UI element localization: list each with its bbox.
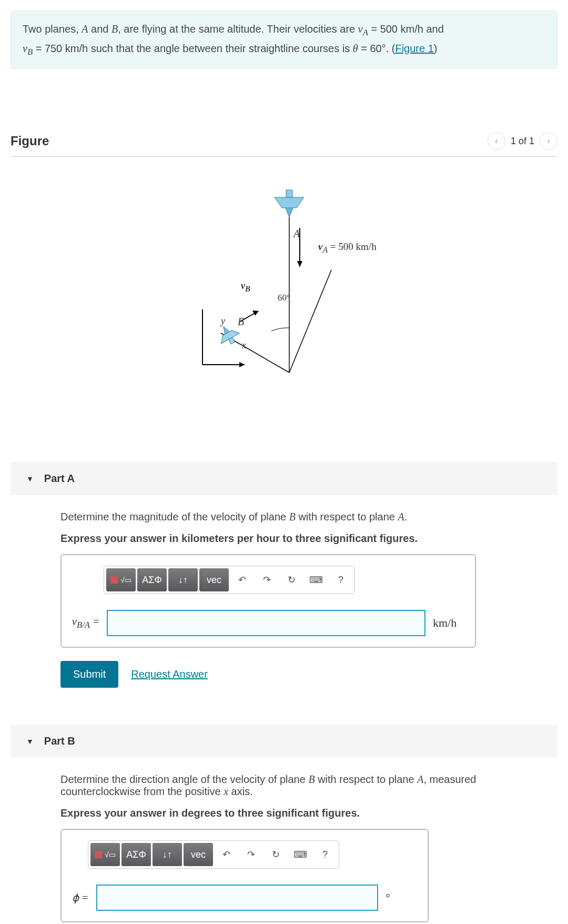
reset-button[interactable]: ↻ xyxy=(280,568,303,591)
part-a-answer-input[interactable] xyxy=(107,610,425,636)
part-b-answer-input[interactable] xyxy=(96,885,379,911)
svg-marker-7 xyxy=(275,197,304,208)
label-angle: 60° xyxy=(278,293,290,303)
redo-button[interactable]: ↷ xyxy=(255,568,278,591)
greek-button[interactable]: ΑΣΦ xyxy=(137,568,167,591)
caret-down-icon: ▼ xyxy=(26,737,34,746)
figure-title: Figure xyxy=(11,134,49,148)
part-a-input-label: vB/A = xyxy=(72,616,99,630)
subsup-button[interactable]: ↓↑ xyxy=(168,568,198,591)
part-b-instruction: Express your answer in degrees to three … xyxy=(60,807,542,819)
svg-marker-12 xyxy=(218,328,240,344)
keyboard-button[interactable]: ⌨ xyxy=(305,568,328,591)
figure-header: Figure ‹ 1 of 1 › xyxy=(11,132,557,157)
greek-button[interactable]: ΑΣΦ xyxy=(121,843,151,866)
part-a-instruction: Express your answer in kilometers per ho… xyxy=(60,533,542,545)
part-b-header[interactable]: ▼ Part B xyxy=(11,725,557,758)
equation-toolbar: √▭ ΑΣΦ ↓↑ vec ↶ ↷ ↻ ⌨ ? xyxy=(88,840,339,869)
svg-marker-5 xyxy=(239,362,245,367)
part-b-answer-box: √▭ ΑΣΦ ↓↑ vec ↶ ↷ ↻ ⌨ ? ϕ = ° xyxy=(60,829,429,922)
svg-line-2 xyxy=(289,270,331,373)
label-B: B xyxy=(238,316,244,328)
label-vA: vA = 500 km/h xyxy=(318,241,377,255)
part-a-body: Determine the magnitude of the velocity … xyxy=(11,495,557,714)
keyboard-button[interactable]: ⌨ xyxy=(289,843,312,866)
templates-button[interactable]: √▭ xyxy=(106,568,136,591)
part-a-submit-button[interactable]: Submit xyxy=(60,661,118,688)
label-A: A xyxy=(293,228,300,240)
svg-marker-15 xyxy=(252,310,259,316)
templates-button[interactable]: √▭ xyxy=(90,843,120,866)
vec-button[interactable]: vec xyxy=(184,843,213,866)
svg-marker-10 xyxy=(297,261,302,267)
figure-pager-text: 1 of 1 xyxy=(511,136,534,147)
part-b-question: Determine the direction angle of the vel… xyxy=(60,774,542,798)
figure-diagram: A vA = 500 km/h vB 60° B y x xyxy=(11,178,557,430)
part-a-request-answer-link[interactable]: Request Answer xyxy=(131,668,208,680)
undo-button[interactable]: ↶ xyxy=(215,843,238,866)
problem-statement: Two planes, A and B, are flying at the s… xyxy=(11,11,557,69)
help-button[interactable]: ? xyxy=(313,843,337,866)
caret-down-icon: ▼ xyxy=(26,475,34,483)
equation-toolbar: √▭ ΑΣΦ ↓↑ vec ↶ ↷ ↻ ⌨ ? xyxy=(104,566,355,594)
figure-next-button[interactable]: › xyxy=(540,132,557,150)
reset-button[interactable]: ↻ xyxy=(264,843,287,866)
part-a-answer-box: √▭ ΑΣΦ ↓↑ vec ↶ ↷ ↻ ⌨ ? vB/A = km/h xyxy=(60,554,476,648)
figure-prev-button[interactable]: ‹ xyxy=(488,132,505,150)
svg-marker-6 xyxy=(285,207,293,217)
part-a-question: Determine the magnitude of the velocity … xyxy=(60,511,542,523)
part-b-body: Determine the direction angle of the vel… xyxy=(11,758,557,924)
part-b-input-label: ϕ = xyxy=(72,891,89,904)
part-a-title: Part A xyxy=(44,473,75,485)
figure-link[interactable]: Figure 1 xyxy=(395,43,433,54)
part-a-header[interactable]: ▼ Part A xyxy=(11,462,557,495)
label-y: y xyxy=(221,316,225,327)
part-a-unit: km/h xyxy=(433,616,464,630)
label-vB: vB xyxy=(241,280,250,294)
part-b-unit: ° xyxy=(386,891,417,905)
label-x: x xyxy=(242,340,246,351)
svg-marker-8 xyxy=(286,190,292,197)
part-b-title: Part B xyxy=(44,735,75,747)
subsup-button[interactable]: ↓↑ xyxy=(153,843,182,866)
redo-button[interactable]: ↷ xyxy=(239,843,262,866)
vec-button[interactable]: vec xyxy=(199,568,229,591)
figure-pager: ‹ 1 of 1 › xyxy=(488,132,557,150)
help-button[interactable]: ? xyxy=(329,568,352,591)
undo-button[interactable]: ↶ xyxy=(230,568,253,591)
